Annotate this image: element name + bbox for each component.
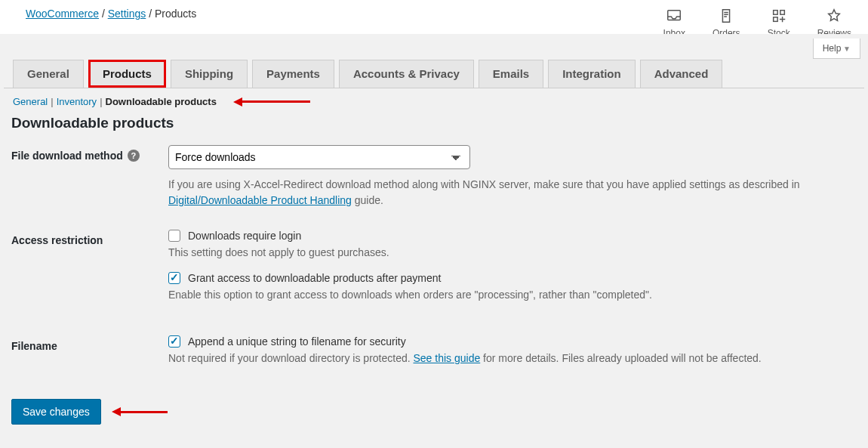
subnav-general[interactable]: General xyxy=(13,96,48,107)
annotation-arrow-subnav xyxy=(233,97,310,107)
desc-downloads-require-login: This setting does not apply to guest pur… xyxy=(168,246,855,258)
checkbox-append-unique-string-label: Append a unique string to filename for s… xyxy=(188,335,406,348)
checkbox-grant-access-after-payment-label: Grant access to downloadable products af… xyxy=(188,272,441,284)
breadcrumb-settings[interactable]: Settings xyxy=(108,8,146,20)
svg-rect-2 xyxy=(780,11,784,15)
stock-icon xyxy=(771,8,787,26)
checkbox-append-unique-string[interactable] xyxy=(168,335,180,348)
breadcrumb-woocommerce[interactable]: WooCommerce xyxy=(26,8,99,20)
checkbox-append-unique-string-wrap[interactable]: Append a unique string to filename for s… xyxy=(168,335,855,348)
breadcrumb-current: Products xyxy=(155,8,196,20)
annotation-arrow-save xyxy=(112,407,168,416)
tab-payments[interactable]: Payments xyxy=(252,60,334,88)
label-file-download-method: File download method ? xyxy=(11,145,168,162)
checkbox-grant-access-after-payment[interactable] xyxy=(168,272,180,284)
orders-icon xyxy=(718,8,734,26)
tab-products[interactable]: Products xyxy=(88,60,166,88)
tab-advanced[interactable]: Advanced xyxy=(640,60,723,88)
label-access-restriction: Access restriction xyxy=(11,230,168,246)
tab-shipping[interactable]: Shipping xyxy=(171,60,248,88)
checkbox-downloads-require-login[interactable] xyxy=(168,230,180,242)
desc-grant-access-after-payment: Enable this option to grant access to do… xyxy=(168,289,855,301)
save-changes-button[interactable]: Save changes xyxy=(11,399,101,425)
checkbox-downloads-require-login-label: Downloads require login xyxy=(188,230,301,242)
page-title: Downloadable products xyxy=(4,112,864,145)
subnav-downloadable[interactable]: Downloadable products xyxy=(106,96,217,107)
file-download-method-select[interactable]: Force downloads xyxy=(168,145,470,169)
settings-tabs: General Products Shipping Payments Accou… xyxy=(4,34,864,88)
checkbox-grant-access-after-payment-wrap[interactable]: Grant access to downloadable products af… xyxy=(168,272,855,284)
svg-rect-1 xyxy=(773,11,777,15)
subnav-inventory[interactable]: Inventory xyxy=(57,96,97,107)
tab-general[interactable]: General xyxy=(13,60,84,88)
tab-accounts-privacy[interactable]: Accounts & Privacy xyxy=(339,60,474,88)
help-tab[interactable]: Help xyxy=(813,39,860,59)
label-filename: Filename xyxy=(11,335,168,352)
svg-rect-3 xyxy=(773,17,777,22)
desc-append-unique-string: Not required if your download directory … xyxy=(168,352,855,364)
link-see-this-guide[interactable]: See this guide xyxy=(414,352,481,364)
help-tooltip-icon[interactable]: ? xyxy=(128,150,140,162)
reviews-icon xyxy=(826,8,842,26)
link-digital-handling-guide[interactable]: Digital/Downloadable Product Handling xyxy=(168,194,352,206)
checkbox-downloads-require-login-wrap[interactable]: Downloads require login xyxy=(168,230,855,242)
tab-integration[interactable]: Integration xyxy=(548,60,636,88)
inbox-icon xyxy=(666,8,682,26)
file-download-method-desc: If you are using X-Accel-Redirect downlo… xyxy=(168,177,855,209)
breadcrumb: WooCommerce / Settings / Products xyxy=(26,8,196,20)
tab-emails[interactable]: Emails xyxy=(479,60,543,88)
